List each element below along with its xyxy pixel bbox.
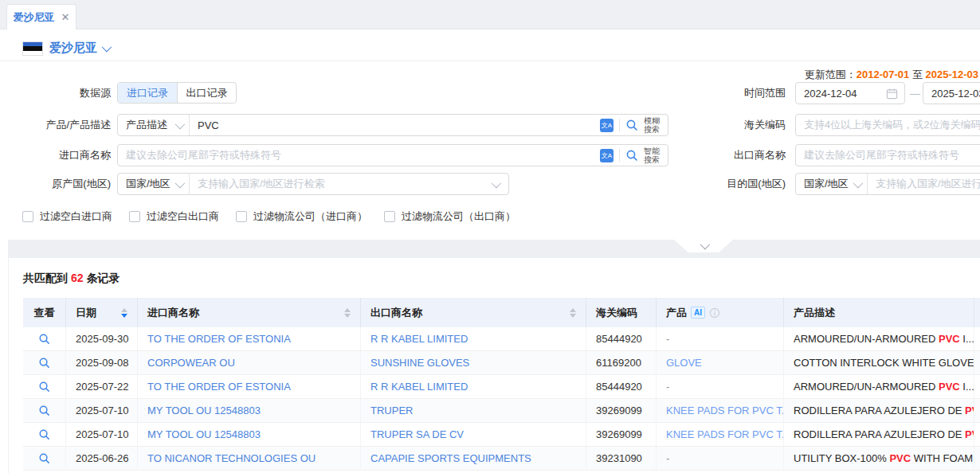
calendar-icon [886, 88, 904, 100]
checkbox-icon[interactable] [129, 211, 140, 222]
filter-checkbox[interactable]: 过滤空白出口商 [129, 209, 219, 224]
time-range-label: 时间范围 [685, 86, 786, 100]
checkbox-label: 过滤物流公司（出口商） [402, 209, 515, 224]
country-name: 爱沙尼亚 [49, 41, 97, 56]
exporter-link[interactable]: TRUPER SA DE CV [370, 428, 464, 440]
filter-checkbox[interactable]: 过滤物流公司（进口商） [236, 209, 367, 224]
product-description: ARMOURED/UN-ARMOURED PVC I... [794, 381, 974, 393]
hs-code-input[interactable]: 支持4位以上海关编码，或2位海关编码加上 [795, 114, 980, 136]
table-row: 2025-07-22TO THE ORDER OF ESTONIAR R KAB… [23, 375, 980, 399]
product-link[interactable]: KNEE PADS FOR PVC T... [666, 428, 784, 440]
table-row: 2025-09-08CORPOWEAR OUSUNSHINE GLOVES611… [23, 351, 980, 375]
sort-date[interactable] [115, 308, 127, 318]
origin-country-select[interactable]: 国家/地区 [118, 174, 190, 194]
view-record-icon[interactable] [38, 357, 50, 369]
date-to-input[interactable]: 2025-12-03 [923, 82, 980, 104]
view-record-button[interactable] [23, 447, 66, 470]
date-range-separator: — [910, 88, 920, 100]
results-count: 62 [68, 272, 87, 284]
cell-hs-code: 39269099 [586, 423, 657, 446]
cell-exporter: R R KABEL LIMITED [361, 327, 586, 350]
update-range-word: 至 [912, 68, 923, 80]
close-icon[interactable]: ✕ [61, 11, 70, 23]
cell-extra [974, 327, 980, 350]
table-row: 2025-09-30TO THE ORDER OF ESTONIAR R KAB… [23, 327, 980, 351]
cell-description: COTTON INTERLOCK WHITE GLOVES... [784, 351, 974, 374]
product-input-group: 产品描述 PVC 文A 模糊搜索 [117, 114, 668, 136]
filter-checkbox[interactable]: 过滤空白进口商 [22, 209, 112, 224]
exporter-input[interactable]: 建议去除公司尾部字符或特殊符号 [795, 144, 980, 166]
exporter-link[interactable]: R R KABEL LIMITED [370, 333, 468, 345]
exporter-link[interactable]: R R KABEL LIMITED [370, 381, 468, 393]
cell-importer: TO THE ORDER OF ESTONIA [138, 327, 361, 350]
search-icon[interactable] [625, 149, 638, 162]
importer-link[interactable]: TO THE ORDER OF ESTONIA [147, 381, 291, 393]
origin-search-input[interactable]: 支持输入国家/地区进行检索 [190, 177, 492, 191]
importer-link[interactable]: TO NICANOR TECHNOLOGIES OU [147, 452, 316, 464]
view-record-button[interactable] [23, 423, 66, 446]
col-product: 产品 AI [657, 298, 784, 327]
import-records-button[interactable]: 进口记录 [118, 83, 177, 103]
sort-exporter[interactable] [563, 308, 576, 318]
divider [0, 61, 980, 61]
filter-checkbox[interactable]: 过滤物流公司（出口商） [384, 209, 515, 224]
view-record-icon[interactable] [38, 452, 50, 464]
results-panel: 共匹配到62条记录 查看 日期 进口商名称 出口商名称 海关编码 [8, 258, 980, 473]
hs-code-placeholder: 支持4位以上海关编码，或2位海关编码加上 [796, 118, 980, 132]
update-range-from: 2012-07-01 [857, 68, 910, 80]
destination-select-value: 国家/地区 [804, 177, 849, 191]
cell-hs-code: 85444920 [586, 327, 657, 350]
view-record-icon[interactable] [38, 405, 50, 416]
exporter-link[interactable]: SUNSHINE GLOVES [370, 357, 469, 369]
product-type-select[interactable]: 产品描述 [118, 115, 190, 135]
smart-search-button[interactable]: 智能搜索 [644, 147, 661, 164]
filter-checkboxes: 过滤空白进口商过滤空白出口商过滤物流公司（进口商）过滤物流公司（出口商） [22, 209, 515, 224]
data-source-label: 数据源 [0, 86, 111, 100]
search-icon[interactable] [625, 119, 638, 131]
importer-link[interactable]: MY TOOL OU 12548803 [147, 405, 261, 416]
view-record-button[interactable] [23, 327, 66, 350]
exporter-link[interactable]: CAPAPIE SPORTS EQUIPMENTS [370, 452, 531, 464]
translate-icon[interactable]: 文A [600, 119, 613, 132]
checkbox-icon[interactable] [236, 211, 247, 222]
view-record-button[interactable] [23, 375, 66, 398]
view-record-icon[interactable] [38, 381, 50, 393]
destination-search-input[interactable]: 支持输入国家/地区进行检索 [868, 177, 980, 191]
product-input[interactable]: PVC [190, 119, 594, 131]
cell-exporter: R R KABEL LIMITED [361, 375, 586, 398]
chevron-down-icon [853, 178, 864, 188]
col-hs-code: 海关编码 [586, 298, 657, 327]
importer-input[interactable]: 建议去除公司尾部字符或特殊符号 [118, 148, 594, 162]
translate-icon[interactable]: 文A [600, 149, 613, 162]
checkbox-icon[interactable] [384, 211, 395, 222]
results-summary: 共匹配到62条记录 [23, 272, 120, 286]
importer-link[interactable]: TO THE ORDER OF ESTONIA [147, 333, 291, 345]
cell-description: RODILLERA PARA AZULEJERO DE PVC [784, 423, 974, 446]
cell-importer: TO NICANOR TECHNOLOGIES OU [138, 447, 361, 470]
cell-importer: MY TOOL OU 12548803 [138, 399, 361, 422]
info-icon[interactable] [709, 307, 720, 319]
records-table: 查看 日期 进口商名称 出口商名称 海关编码 产品 AI [23, 298, 980, 471]
tab-estonia[interactable]: 爱沙尼亚 ✕ [6, 4, 76, 29]
fuzzy-search-button[interactable]: 模糊搜索 [644, 116, 661, 134]
destination-country-select[interactable]: 国家/地区 [796, 174, 868, 194]
country-selector[interactable]: 爱沙尼亚 [49, 41, 109, 56]
view-record-button[interactable] [23, 399, 66, 422]
cell-exporter: TRUPER SA DE CV [361, 423, 586, 446]
importer-link[interactable]: CORPOWEAR OU [147, 357, 235, 369]
view-record-icon[interactable] [38, 428, 50, 440]
sort-importer[interactable] [338, 308, 351, 318]
export-records-button[interactable]: 出口记录 [177, 83, 236, 103]
product-link[interactable]: KNEE PADS FOR PVC T... [666, 405, 784, 416]
cell-importer: TO THE ORDER OF ESTONIA [138, 375, 361, 398]
exporter-link[interactable]: TRUPER [370, 405, 413, 416]
date-from-input[interactable]: 2024-12-04 [795, 82, 905, 104]
checkbox-icon[interactable] [22, 211, 33, 222]
cell-extra [974, 351, 980, 374]
importer-link[interactable]: MY TOOL OU 12548803 [147, 428, 261, 440]
product-link[interactable]: GLOVE [666, 357, 702, 369]
view-record-button[interactable] [23, 351, 66, 374]
view-record-icon[interactable] [38, 333, 50, 345]
cell-extra [974, 399, 980, 422]
cell-product: KNEE PADS FOR PVC T... [657, 399, 784, 422]
